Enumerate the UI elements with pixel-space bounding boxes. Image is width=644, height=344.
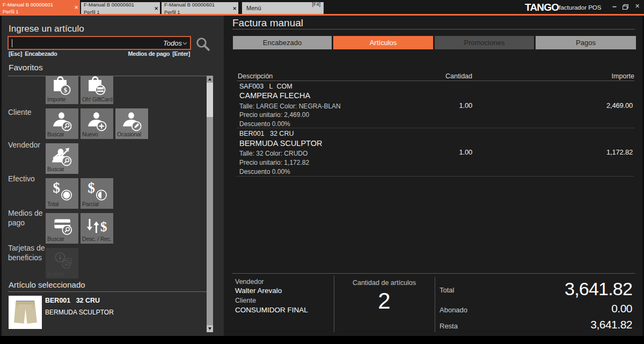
- svg-text:$: $: [63, 86, 67, 94]
- svg-text:$: $: [53, 180, 60, 196]
- svg-text:$: $: [100, 219, 107, 234]
- svg-text:$: $: [87, 180, 95, 196]
